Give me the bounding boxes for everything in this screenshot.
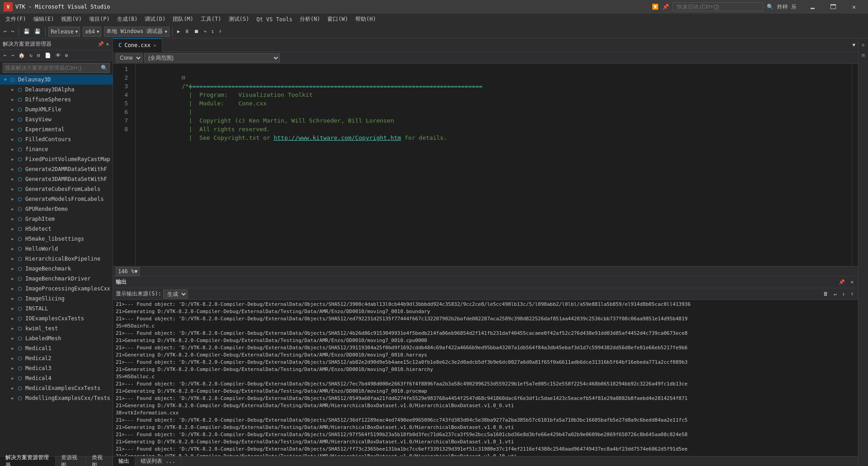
- tree-item-dumpxmlfile[interactable]: ▶ ⬡ DumpXMLFile: [0, 105, 113, 114]
- stop-button[interactable]: ⏹: [192, 28, 201, 35]
- tab-resource-view[interactable]: 资源视图: [56, 456, 87, 466]
- close-button[interactable]: ✕: [844, 0, 864, 14]
- sidebar-toolbox-button[interactable]: ⚙: [859, 40, 868, 49]
- se-home-button[interactable]: 🏠: [17, 52, 27, 59]
- step-into-button[interactable]: ↴: [209, 28, 216, 35]
- tree-item-imageprocessing[interactable]: ▶ ⬡ ImageProcessingExamplesCxx: [0, 284, 113, 294]
- tab-list-button[interactable]: ▼: [849, 42, 858, 48]
- redo-button[interactable]: ↪: [9, 28, 16, 35]
- nav-class-dropdown[interactable]: Cone: [116, 53, 142, 62]
- tree-item-imagebench[interactable]: ▶ ⬡ ImageBenchmark: [0, 264, 113, 274]
- tree-item-graphitem[interactable]: ▶ ⬡ GraphItem: [0, 214, 113, 224]
- se-forward-button[interactable]: →: [9, 52, 16, 59]
- tree-item-gpurender[interactable]: ▶ ⬡ GPURenderDemo: [0, 204, 113, 214]
- step-over-button[interactable]: ↷: [202, 28, 208, 35]
- tree-item-fixedpoint[interactable]: ▶ ⬡ FixedPointVolumeRayCastMap: [0, 154, 113, 164]
- tree-item-hierarchical[interactable]: ▶ ⬡ HierarchicalBoxPipeline: [0, 254, 113, 264]
- menu-tools[interactable]: 工具(T): [197, 14, 225, 24]
- tab-cone-cxx[interactable]: C Cone.cxx ✕: [113, 38, 162, 52]
- tree-item-h5make[interactable]: ▶ ⬡ H5make_libsettings: [0, 234, 113, 244]
- pin-panel-button[interactable]: 📌: [97, 40, 105, 48]
- debug-start-button[interactable]: ▶: [175, 28, 182, 35]
- tree-item-ioexamples[interactable]: ▶ ⬡ IOExamplesCxxTests: [0, 314, 113, 323]
- output-content[interactable]: 21>--- Found object: 'D:/VTK-8.2.0-Compi…: [113, 300, 858, 456]
- tree-item-h5detect[interactable]: ▶ ⬡ H5detect: [0, 224, 113, 234]
- menu-build[interactable]: 生成(B): [113, 14, 142, 24]
- undo-button[interactable]: ↩: [2, 28, 9, 35]
- se-collapse-button[interactable]: ⊟: [35, 52, 42, 59]
- output-bottom-tabs: 输出 错误列表 ...: [113, 456, 858, 466]
- save-button[interactable]: 💾: [22, 28, 32, 35]
- se-refresh-button[interactable]: ↻: [28, 52, 34, 59]
- minimize-button[interactable]: 🗕: [802, 0, 823, 14]
- tree-item-delaunay3dalpha[interactable]: ▶ ⬡ Delaunay3DAlpha: [0, 85, 113, 95]
- menu-team[interactable]: 团队(M): [169, 14, 197, 24]
- tree-item-kwiml[interactable]: ▶ ⬡ kwiml_test: [0, 323, 113, 333]
- tab-class-view[interactable]: 类视图: [86, 456, 113, 466]
- menu-analyze[interactable]: 分析(N): [296, 14, 324, 24]
- tree-item-generate3d[interactable]: ▶ ⬡ Generate3DAMRDataSetWithF: [0, 174, 113, 184]
- menu-test[interactable]: 测试(S): [225, 14, 253, 24]
- menu-file[interactable]: 文件(F): [2, 14, 30, 24]
- tree-item-medical2[interactable]: ▶ ⬡ Medical2: [0, 353, 113, 363]
- tab-solution-explorer[interactable]: 解决方案资源管理器: [0, 456, 56, 466]
- quick-launch-input[interactable]: [673, 2, 763, 11]
- menu-help[interactable]: 帮助(H): [352, 14, 380, 24]
- tree-item-medicalexamples[interactable]: ▶ ⬡ MedicalExamplesCxxTests: [0, 383, 113, 393]
- code-editor[interactable]: 1 2 3 4 5 6 7 8 ⊟ /*====================…: [113, 64, 858, 266]
- menu-window[interactable]: 窗口(W): [324, 14, 352, 24]
- tree-item-finance[interactable]: ▶ ⬡ finance: [0, 144, 113, 154]
- tree-item-generate2d[interactable]: ▶ ⬡ Generate2DAMRDataSetWithF: [0, 164, 113, 174]
- tree-item-easyview[interactable]: ▶ ⬡ EasyView: [0, 114, 113, 124]
- output-close-button[interactable]: ✕: [849, 278, 855, 286]
- tree-item-generatemodels[interactable]: ▶ ⬡ GenerateModelsFromLabels: [0, 194, 113, 204]
- output-source-dropdown[interactable]: 生成: [163, 290, 188, 299]
- step-out-button[interactable]: ↑: [217, 28, 224, 35]
- code-content[interactable]: ⊟ /*====================================…: [136, 64, 852, 266]
- tab-error-list[interactable]: 错误列表 ...: [135, 456, 181, 466]
- menu-project[interactable]: 项目(P): [85, 14, 113, 24]
- tree-item-generatecubes[interactable]: ▶ ⬡ GenerateCubesFromLabels: [0, 184, 113, 194]
- tree-item-medical4[interactable]: ▶ ⬡ Medical4: [0, 373, 113, 383]
- tree-item-helloworld[interactable]: ▶ ⬡ HelloWorld: [0, 244, 113, 254]
- tree-item-imageslicing[interactable]: ▶ ⬡ ImageSlicing: [0, 294, 113, 304]
- menu-edit[interactable]: 编辑(E): [30, 14, 58, 24]
- zoom-arrow-icon: ▼: [134, 268, 137, 275]
- breakpoint-button[interactable]: ⏸: [183, 28, 191, 35]
- output-findprev-button[interactable]: ⇑: [849, 290, 855, 298]
- output-findnext-button[interactable]: ⇓: [840, 290, 847, 298]
- tree-item-experimental[interactable]: ▶ ⬡ Experimental: [0, 124, 113, 134]
- sidebar-properties-button[interactable]: ▤: [859, 50, 868, 59]
- tree-item-delaunay3d[interactable]: ▼ ⬡ Delaunay3D: [0, 75, 113, 85]
- menu-qtvs[interactable]: Qt VS Tools: [253, 15, 296, 24]
- config-dropdown[interactable]: Release ▼: [48, 27, 80, 37]
- se-view-button[interactable]: 👁: [54, 52, 62, 59]
- tree-item-medical1[interactable]: ▶ ⬡ Medical1: [0, 343, 113, 353]
- tree-item-filledcontours[interactable]: ▶ ⬡ FilledContours: [0, 134, 113, 144]
- tree-item-modelling[interactable]: ▶ ⬡ ModellingExamplesCxx/Tests: [0, 393, 113, 403]
- tree-item-imagebenchdriver[interactable]: ▶ ⬡ ImageBenchmarkDriver: [0, 274, 113, 284]
- tree-item-diffusespheres[interactable]: ▶ ⬡ DiffuseSpheres: [0, 95, 113, 105]
- se-filter-button[interactable]: ⚙: [63, 52, 70, 59]
- output-pin-button[interactable]: 📌: [837, 278, 847, 286]
- copyright-link[interactable]: http://www.kitware.com/Copyright.htm: [274, 134, 401, 141]
- nav-scope-dropdown[interactable]: (全局范围): [144, 53, 280, 62]
- se-back-button[interactable]: ←: [2, 52, 9, 59]
- platform-dropdown[interactable]: x64 ▼: [83, 27, 101, 37]
- tab-output[interactable]: 输出: [113, 456, 135, 466]
- tree-item-labeledmesh[interactable]: ▶ ⬡ LabeledMesh: [0, 333, 113, 343]
- close-panel-button[interactable]: ✕: [105, 40, 110, 48]
- output-wordwrap-button[interactable]: ↵: [832, 290, 839, 298]
- zoom-dropdown[interactable]: 146 % ▼: [116, 267, 140, 276]
- tree-item-medical3[interactable]: ▶ ⬡ Medical3: [0, 363, 113, 373]
- se-properties-button[interactable]: 📄: [43, 52, 53, 59]
- maximize-button[interactable]: 🗖: [823, 0, 844, 14]
- output-clear-button[interactable]: 🗑: [821, 290, 830, 298]
- tab-close-button[interactable]: ✕: [153, 43, 156, 48]
- save-all-button[interactable]: 💾: [33, 28, 42, 35]
- menu-view[interactable]: 视图(V): [57, 14, 85, 24]
- solution-search-input[interactable]: [3, 65, 99, 71]
- menu-debug[interactable]: 调试(D): [141, 14, 169, 24]
- tree-item-install[interactable]: ▶ ⬡ INSTALL: [0, 304, 113, 314]
- debug-target-dropdown[interactable]: 本地 Windows 调试器 ▼: [104, 27, 169, 37]
